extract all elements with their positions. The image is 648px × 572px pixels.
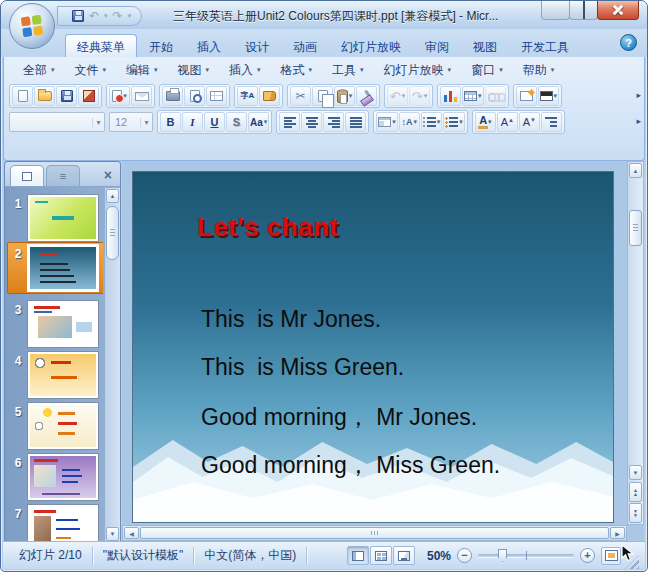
tab-design[interactable]: 设计: [233, 34, 281, 57]
slide-design-button[interactable]: [516, 86, 537, 106]
menu-item-all[interactable]: 全部▾: [14, 59, 64, 82]
insert-chart-button[interactable]: [440, 86, 461, 106]
tab-slideshow[interactable]: 幻灯片放映: [329, 34, 413, 57]
justify-button[interactable]: [345, 112, 366, 132]
bullet-list-button[interactable]: ▾: [443, 112, 465, 132]
redo-button[interactable]: ↷▾: [409, 86, 430, 106]
office-button[interactable]: [9, 3, 55, 49]
scroll-down-icon[interactable]: ▼: [629, 465, 642, 480]
sidebar-thumbnail-5[interactable]: 5: [9, 402, 103, 450]
sidebar-thumbnail-7[interactable]: 7: [9, 504, 103, 542]
zoom-out-button[interactable]: −: [457, 548, 472, 563]
align-right-button[interactable]: [323, 112, 344, 132]
scroll-left-icon[interactable]: ◀: [124, 527, 139, 539]
next-slide-button[interactable]: [629, 503, 642, 523]
spell-check-button[interactable]: 字A: [237, 86, 258, 106]
zoom-in-button[interactable]: +: [580, 548, 595, 563]
sidebar-thumbnail-4[interactable]: 4: [9, 351, 103, 399]
save-as-picture-button[interactable]: [78, 86, 99, 106]
align-center-button[interactable]: [301, 112, 322, 132]
tab-animations[interactable]: 动画: [281, 34, 329, 57]
slide-text-line[interactable]: This is Mr Jones.: [201, 306, 381, 333]
email-button[interactable]: [131, 86, 152, 106]
bold-button[interactable]: B: [160, 112, 181, 132]
line-spacing-button[interactable]: ↕A▾: [399, 112, 420, 132]
font-name-combo[interactable]: ▾: [9, 112, 105, 132]
menu-item-help[interactable]: 帮助▾: [514, 59, 564, 82]
previous-slide-button[interactable]: [629, 482, 642, 502]
text-shadow-button[interactable]: S: [226, 112, 247, 132]
italic-button[interactable]: I: [182, 112, 203, 132]
menu-item-format[interactable]: 格式▾: [272, 59, 322, 82]
tab-developer[interactable]: 开发工具: [509, 34, 581, 57]
menu-item-slideshow[interactable]: 幻灯片放映▾: [375, 59, 461, 82]
change-case-button[interactable]: Aa▾: [248, 112, 269, 132]
slide-text-line[interactable]: Good morning， Mr Jones.: [201, 402, 477, 433]
slide-canvas[interactable]: Let's chant This is Mr Jones. This is Mi…: [132, 171, 614, 523]
scroll-down-icon[interactable]: ▼: [106, 527, 119, 541]
menu-item-insert[interactable]: 插入▾: [220, 59, 270, 82]
menu-item-tools[interactable]: 工具▾: [323, 59, 373, 82]
fit-to-window-button[interactable]: [601, 547, 621, 565]
grow-font-button[interactable]: A: [497, 112, 518, 132]
sidebar-thumbnail-3[interactable]: 3: [9, 300, 103, 348]
slide-title[interactable]: Let's chant: [197, 212, 339, 243]
page-setup-button[interactable]: [206, 86, 227, 106]
save-icon[interactable]: [72, 10, 84, 22]
slide-text-line[interactable]: This is Miss Green.: [201, 354, 404, 381]
tab-classic-menu[interactable]: 经典菜单: [65, 34, 137, 57]
research-button[interactable]: [259, 86, 280, 106]
undo-icon[interactable]: ↶: [89, 10, 99, 22]
scroll-right-icon[interactable]: ▶: [610, 527, 625, 539]
undo-dropdown-icon[interactable]: ▾: [104, 12, 108, 20]
align-left-button[interactable]: [279, 112, 300, 132]
insert-table-button[interactable]: ▾: [462, 86, 484, 106]
sidebar-scrollbar[interactable]: ▲ ▼: [104, 188, 120, 542]
slides-tab[interactable]: [10, 165, 44, 186]
scroll-up-icon[interactable]: ▲: [106, 189, 119, 203]
design-template-label[interactable]: "默认设计模板": [93, 547, 194, 564]
sidebar-thumbnail-1[interactable]: 1: [9, 194, 103, 242]
new-button[interactable]: [12, 86, 33, 106]
toolbar-overflow-icon[interactable]: ▸: [636, 116, 641, 126]
menu-item-window[interactable]: 窗口▾: [462, 59, 512, 82]
tab-insert[interactable]: 插入: [185, 34, 233, 57]
sidebar-thumbnail-2[interactable]: 2: [7, 242, 103, 294]
slide-text-line[interactable]: Good morning， Miss Green.: [201, 450, 500, 481]
cut-button[interactable]: ✂: [290, 86, 311, 106]
underline-button[interactable]: U: [204, 112, 225, 132]
slideshow-view-button[interactable]: [393, 546, 415, 565]
font-color-button[interactable]: A▾: [475, 112, 496, 132]
outline-tab[interactable]: ≡: [46, 165, 80, 186]
menu-item-file[interactable]: 文件▾: [66, 59, 116, 82]
menu-item-edit[interactable]: 编辑▾: [117, 59, 167, 82]
vertical-scrollbar[interactable]: ▲ ▼: [627, 161, 644, 525]
normal-view-button[interactable]: [347, 546, 369, 565]
language-label[interactable]: 中文(简体，中国): [194, 547, 306, 564]
zoom-slider-handle[interactable]: [498, 549, 507, 562]
indent-button[interactable]: [541, 112, 562, 132]
tab-home[interactable]: 开始: [137, 34, 185, 57]
hyperlink-button[interactable]: [485, 86, 506, 106]
copy-button[interactable]: [312, 86, 333, 106]
redo-icon[interactable]: ↷: [113, 10, 123, 22]
permission-button[interactable]: ▾: [109, 86, 130, 106]
tab-review[interactable]: 审阅: [413, 34, 461, 57]
slide-sorter-view-button[interactable]: [370, 546, 392, 565]
sidebar-thumbnail-6[interactable]: 6: [9, 453, 103, 501]
restore-button[interactable]: [569, 1, 598, 20]
open-button[interactable]: [34, 86, 55, 106]
horizontal-scrollbar[interactable]: ◀ ▶: [122, 525, 627, 541]
help-icon[interactable]: ?: [620, 34, 637, 51]
tab-view[interactable]: 视图: [461, 34, 509, 57]
shrink-font-button[interactable]: A: [519, 112, 540, 132]
vertical-scrollbar-thumb[interactable]: [629, 210, 642, 246]
font-size-combo[interactable]: 12 ▾: [109, 112, 153, 132]
slide-layout-button[interactable]: ▾: [376, 112, 398, 132]
minimize-button[interactable]: [541, 1, 570, 20]
toolbar-overflow-icon[interactable]: ▸: [636, 90, 641, 100]
paste-button[interactable]: ▾: [334, 86, 355, 106]
print-button[interactable]: [162, 86, 183, 106]
close-button[interactable]: [597, 1, 639, 20]
sidebar-scrollbar-thumb[interactable]: [106, 206, 119, 260]
